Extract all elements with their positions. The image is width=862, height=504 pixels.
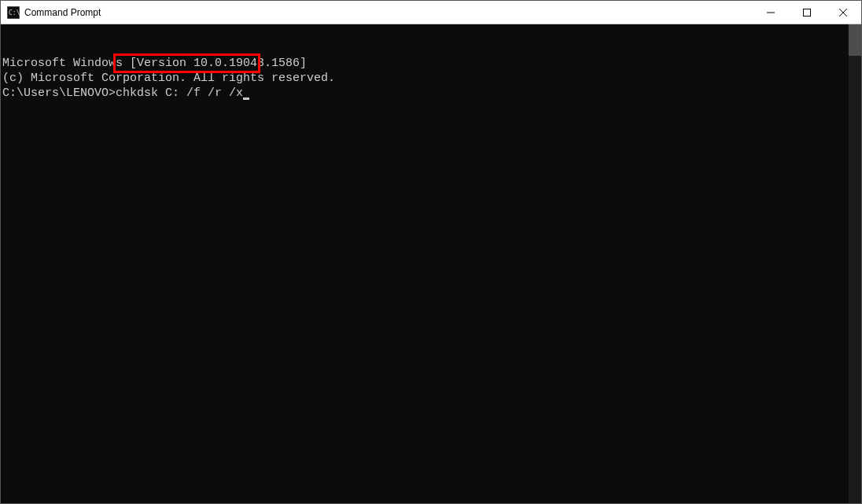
output-line-version: Microsoft Windows [Version 10.0.19043.15…: [2, 56, 847, 71]
cmd-icon: C:\: [7, 6, 20, 19]
svg-text:C:\: C:\: [9, 9, 20, 17]
prompt-line: C:\Users\LENOVO>chkdsk C: /f /r /x: [2, 86, 847, 101]
output-line-copyright: (c) Microsoft Corporation. All rights re…: [2, 71, 847, 86]
typed-command: chkdsk C: /f /r /x: [116, 86, 243, 100]
cursor: [243, 97, 249, 100]
vertical-scrollbar[interactable]: [849, 24, 861, 503]
command-prompt-window: C:\ Command Prompt Microsoft Windows [Ve…: [0, 0, 862, 504]
prompt-path: C:\Users\LENOVO>: [2, 86, 116, 100]
svg-rect-3: [804, 9, 811, 17]
window-title: Command Prompt: [24, 7, 753, 18]
close-button[interactable]: [825, 1, 861, 24]
terminal[interactable]: Microsoft Windows [Version 10.0.19043.15…: [1, 24, 849, 503]
terminal-wrapper: Microsoft Windows [Version 10.0.19043.15…: [1, 24, 861, 503]
maximize-button[interactable]: [789, 1, 825, 24]
minimize-button[interactable]: [753, 1, 789, 24]
scrollbar-thumb[interactable]: [849, 24, 861, 56]
titlebar[interactable]: C:\ Command Prompt: [1, 1, 861, 24]
window-controls: [753, 1, 861, 24]
